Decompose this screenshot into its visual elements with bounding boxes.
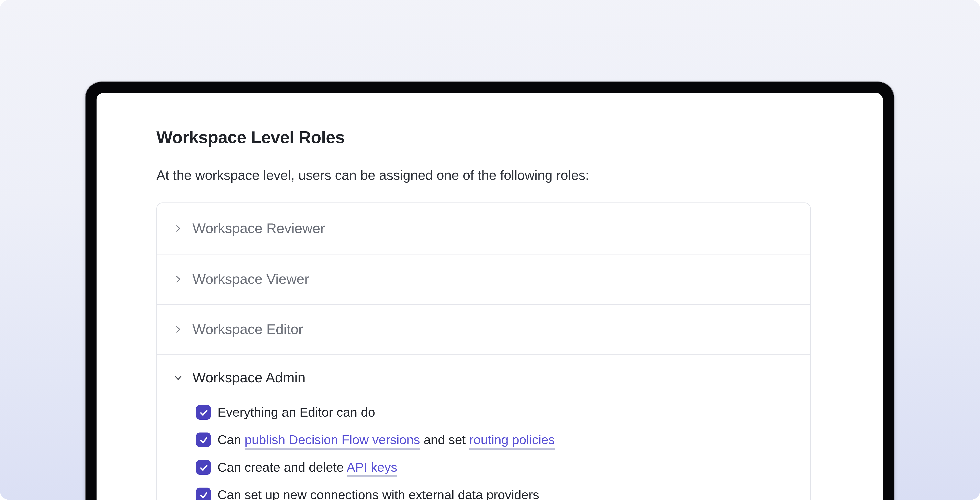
accordion-item-label: Workspace Admin <box>192 369 305 386</box>
permission-item: Can set up new connections with external… <box>196 481 810 500</box>
permission-item: Everything an Editor can do <box>196 399 810 426</box>
checkbox-checked[interactable] <box>196 405 211 420</box>
screenshot-root: Workspace Level Roles At the workspace l… <box>0 0 980 500</box>
intro-text: At the workspace level, users can be ass… <box>156 167 858 185</box>
docs-content: Workspace Level Roles At the workspace l… <box>97 93 883 500</box>
accordion-item-workspace-reviewer[interactable]: Workspace Reviewer <box>157 203 810 254</box>
page-title: Workspace Level Roles <box>156 127 858 148</box>
checkmark-icon <box>198 490 209 500</box>
accordion-item-label: Workspace Editor <box>192 321 303 337</box>
text-segment: Everything an Editor can do <box>218 405 375 419</box>
checkmark-icon <box>198 407 209 418</box>
admin-permissions-list: Everything an Editor can doCan publish D… <box>157 399 810 500</box>
checkbox-checked[interactable] <box>196 433 211 447</box>
permission-label: Can set up new connections with external… <box>218 487 539 500</box>
link-routing-policies[interactable]: routing policies <box>469 433 555 447</box>
accordion-item-label: Workspace Viewer <box>192 271 309 287</box>
checkbox-checked[interactable] <box>196 487 211 500</box>
checkmark-icon <box>198 435 209 445</box>
text-segment: and set <box>420 433 469 447</box>
accordion-item-workspace-viewer[interactable]: Workspace Viewer <box>157 254 810 304</box>
chevron-right-icon <box>173 274 183 284</box>
accordion-item-label: Workspace Reviewer <box>192 220 325 236</box>
chevron-right-icon <box>173 223 183 233</box>
text-segment: Can set up new connections with external… <box>218 487 539 500</box>
permission-item: Can publish Decision Flow versions and s… <box>196 426 810 454</box>
gradient-background: Workspace Level Roles At the workspace l… <box>0 0 980 500</box>
checkmark-icon <box>198 462 209 473</box>
text-segment: Can create and delete <box>218 460 347 474</box>
permission-label: Can publish Decision Flow versions and s… <box>218 433 555 447</box>
permission-label: Everything an Editor can do <box>218 405 375 420</box>
text-segment: Can <box>218 433 245 447</box>
chevron-right-icon <box>173 324 183 334</box>
link-publish-decision-flow-versions[interactable]: publish Decision Flow versions <box>245 433 420 447</box>
permission-label: Can create and delete API keys <box>218 460 397 475</box>
accordion-item-workspace-editor[interactable]: Workspace Editor <box>157 304 810 354</box>
chevron-down-icon <box>173 372 183 383</box>
roles-accordion: Workspace Reviewer Workspace Viewer Work… <box>156 202 811 500</box>
checkbox-checked[interactable] <box>196 460 211 475</box>
link-api-keys[interactable]: API keys <box>347 460 397 474</box>
permission-item: Can create and delete API keys <box>196 454 810 481</box>
screen: Workspace Level Roles At the workspace l… <box>97 93 883 500</box>
tablet-frame: Workspace Level Roles At the workspace l… <box>85 81 894 500</box>
accordion-item-workspace-admin[interactable]: Workspace Admin <box>157 354 810 401</box>
